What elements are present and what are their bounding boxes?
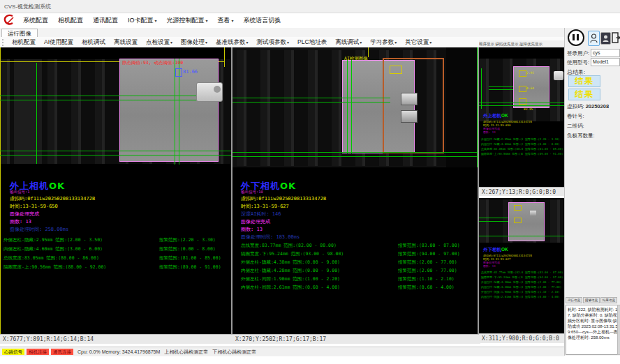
measurement-mini: 隔圈宽度-下:95.24mm 范围:(93.00 - 98.00) [481, 275, 523, 279]
defect-box [519, 86, 526, 92]
scrollbar[interactable] [617, 305, 620, 355]
virtual-code-value: 20250208 [586, 103, 609, 109]
tab-result-info[interactable]: 结果信息 [600, 297, 617, 303]
measurement-mini: 外侧左柱-隐藏:4.38mm 范围:(0.00 - 9.00) [481, 280, 523, 284]
pause-icon [577, 34, 579, 40]
thumbnail-upper-camera[interactable]: 2.95 4.60 83.05 外上相机OK 虚拟码:0f11iw2025020… [479, 47, 564, 187]
chevron-down-icon: ▾ [206, 19, 208, 23]
loop-count-mini: 圈数: 13 [483, 130, 561, 134]
admin-button[interactable] [600, 32, 611, 45]
measure-line [0, 96, 219, 96]
measurement-text: 外侧左柱-隐藏:4.38mm 范围:(0.00 - 9.00) [241, 259, 340, 266]
menu-system-config[interactable]: 系统配置 [18, 16, 53, 25]
pause-button[interactable] [568, 29, 584, 46]
alarm-range-text: 报警范围:(89.00 - 91.00) [159, 264, 221, 271]
defect-label: 4.60 [526, 86, 534, 90]
machine-shadow [14, 59, 42, 164]
process-done: 图像处理完成 [241, 218, 270, 225]
tool-plc-address[interactable]: PLC地址表 [293, 38, 331, 47]
measurement-mini: 内侧左柱-隐藏:4.28mm 范围:(0.00 - 9.00) [481, 285, 523, 289]
menu-bar: 系统配置 相机配置 通讯配置 IO卡配置▾ 光源控制配置▾ 查看▾ 系统语言切换 [0, 13, 620, 28]
menu-light-config[interactable]: 光源控制配置▾ [162, 16, 213, 25]
tab-run-info[interactable]: 运行信息 [566, 297, 582, 303]
process-time: 图像处理时间: 258.00ms [10, 226, 68, 233]
menu-io-config[interactable]: IO卡配置▾ [123, 16, 162, 25]
app-logo-icon [3, 14, 17, 26]
alarm-mini: 报警范围:(81.00 - 85.00) [525, 147, 563, 151]
measure-line [489, 86, 513, 87]
tab-alarm-info[interactable]: 报警信息 [583, 297, 600, 303]
measure-line [0, 151, 231, 151]
measure-line [232, 152, 478, 153]
gripper-pin [214, 86, 221, 93]
operator-button[interactable] [588, 31, 600, 46]
title-bar [0, 0, 620, 13]
alarm-mini: 报警范围:(0.60 - 4.00) [525, 295, 563, 298]
toolbar-grip[interactable] [2, 39, 6, 46]
virtual-code-label: 虚拟码: 20250208 [567, 103, 609, 110]
electrode-tab [530, 211, 536, 215]
user-icon [589, 31, 599, 45]
output-signal: 输出信号:1 [10, 190, 30, 195]
measurement-mini: 隔圈宽度-上:90.56mm 范围:(88.00 - 92.00) [481, 152, 523, 156]
measure-line [36, 63, 37, 164]
tool-test-params[interactable]: 测试项参数▾ [253, 38, 294, 47]
chevron-down-icon: ▾ [232, 19, 234, 23]
tool-camera-config[interactable]: 相机配置 [8, 38, 40, 47]
defect-box [514, 205, 522, 211]
alarm-mini: 报警范围:(2.20 - 3.30) [525, 137, 563, 141]
middle-camera-view[interactable]: AI检测图像 外下相机OK 输出信号:10 虚拟码:0f11iw20250208… [232, 47, 478, 334]
tool-offline-debug[interactable]: 离线调试▾ [331, 38, 366, 47]
tool-offline-settings[interactable]: 离线设置 [110, 38, 142, 47]
defect-box [519, 70, 526, 77]
chevron-down-icon: ▾ [205, 40, 207, 45]
tool-spot-check[interactable]: 点检设置▾ [142, 38, 177, 47]
menu-language-switch[interactable]: 系统语言切换 [239, 16, 286, 25]
exit-button[interactable] [612, 31, 620, 45]
comm-link-badge: 通讯连接 [51, 349, 73, 355]
alarm-mini: 报警范围:(1.10 - 2.10) [525, 290, 563, 294]
tool-camera-debug[interactable]: 相机调试 [78, 38, 110, 47]
login-user-value[interactable]: cys [591, 49, 620, 57]
upper-camera-heartbeat: 上相机心跳检测正常 [164, 349, 208, 356]
tab-strip [0, 28, 564, 38]
edge-line-yellow [224, 47, 225, 67]
left-camera-view[interactable]: 静态阈值:93, 动态阈值:100 81.66 外上相机OK 输出信号:1 虚拟… [0, 47, 231, 334]
measure-line [479, 221, 508, 222]
timestamp: 时间:13-31-59-650 [10, 203, 58, 210]
alarm-range-text: 报警范围:(94.00 - 97.00) [398, 251, 460, 257]
defect-box [514, 218, 522, 223]
menu-camera-config[interactable]: 相机配置 [53, 16, 88, 25]
thumbnail-display-mode[interactable]: 顺序显示 缺陷优先显示 故障优先显示 [479, 40, 564, 47]
run-log-text[interactable]: 耗时: 222, 缺陷检测耗时: 17, 缺陷分类耗时: 0, 缺陷视频分区耗时… [566, 305, 620, 355]
alarm-range-text: 报警范围:(0.00 - 8.00) [159, 246, 216, 252]
tool-ai-usage-config[interactable]: AI使用配置 [40, 38, 78, 47]
exit-icon [612, 31, 620, 45]
tool-learning-params[interactable]: 学习参数▾ [366, 38, 401, 47]
tool-baseline-params[interactable]: 基准线参数▾ [212, 38, 253, 47]
alarm-range-text: 报警范围:(2.00 - 77.00) [398, 268, 457, 274]
measurement-mini: 总线宽度:83.77mm 范围:(82.00 - 88.00) [481, 271, 523, 274]
defect-box [390, 66, 402, 74]
chevron-down-icon: ▾ [287, 40, 289, 45]
edge-line-yellow [0, 47, 1, 334]
info-tab-bar: 运行信息 报警信息 结果信息 [566, 297, 620, 303]
measurement-mini: 外侧左柱-间隙:1.90mm 范围:(1.00 - 2.20) [481, 290, 523, 294]
app-window: CVS-视觉检测系统 系统配置 相机配置 通讯配置 IO卡配置▾ 光源控制配置▾… [0, 0, 620, 364]
tool-image-processing[interactable]: 图像处理▾ [177, 38, 212, 47]
tool-other-settings[interactable]: 其它设置▾ [401, 38, 436, 47]
measure-line [479, 103, 564, 103]
menu-comm-config[interactable]: 通讯配置 [88, 16, 123, 25]
pin-number-label: 卷针号: [567, 113, 584, 120]
chevron-down-icon: ▾ [170, 40, 172, 45]
model-value[interactable]: Model1 [591, 58, 620, 66]
virtual-code: 虚拟码:0f11iw2025020813313472B [10, 195, 95, 202]
measurement-mini: 外侧左柱-隐藏:2.95mm 范围:(2.00 - 3.50) [481, 137, 523, 141]
alarm-mini: 报警范围:(0.00 - 8.00) [525, 142, 563, 146]
machine-shadow [446, 47, 478, 167]
heartbeat-badge: 心跳信号 [2, 349, 24, 355]
chevron-down-icon: ▾ [394, 40, 397, 45]
menu-view[interactable]: 查看▾ [213, 16, 239, 25]
status-bar: 心跳信号 相机连接 通讯连接 Cpu: 0.0% Memory: 3424.41… [0, 347, 564, 356]
thumbnail-lower-camera[interactable]: 外下相机OK 虚拟码:0f11iw2025020813313472B 时间:13… [479, 198, 564, 333]
